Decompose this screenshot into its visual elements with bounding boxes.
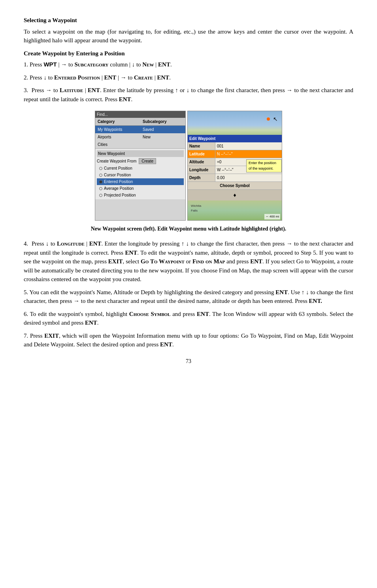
wpt-key: WPT (43, 61, 57, 68)
option-label-current: Current Position (104, 165, 132, 171)
map-location-dot (267, 117, 270, 121)
step-6: 6. To edit the waypoint's symbol, highli… (24, 310, 353, 327)
step-7: 7. Press EXIT, which will open the Waypo… (24, 331, 353, 349)
radio-entered (99, 180, 102, 183)
ent-12: ENT (85, 320, 97, 326)
panel-columns: Category Subcategory (95, 118, 185, 126)
option-cursor-position[interactable]: Cursor Position (97, 172, 184, 178)
altitude-label: Altitude (188, 158, 215, 166)
option-label-average: Average Position (104, 185, 134, 191)
find-on-map-label: Find on Map (192, 258, 225, 265)
step-1: 1. Press WPT | → to Subcategory column |… (24, 60, 353, 69)
map-label-falls: Falls (191, 208, 198, 213)
new-waypoint-box: New Waypoint Create Waypoint From Create… (95, 148, 185, 199)
panel-header: Find... (95, 111, 185, 118)
edit-waypoint-bar: Edit Waypoint (188, 135, 282, 142)
ent-9: ENT (275, 289, 288, 295)
choose-symbol-label: Choose Symbol (129, 311, 171, 317)
cat-val-3: Cities (95, 141, 140, 148)
ent-13: ENT (160, 341, 172, 348)
pipe2: | (129, 61, 130, 68)
cat-val-2: Airports (95, 134, 140, 140)
pipe3: | (155, 61, 156, 68)
map-arrow-icon: ↖ (273, 115, 278, 123)
option-entered-position[interactable]: Entered Position (97, 178, 184, 185)
depth-label: Depth (188, 174, 215, 182)
ent-5: ENT (119, 96, 131, 102)
latitude-label: Latitude (60, 87, 83, 93)
option-label-projected: Projected Position (104, 192, 136, 198)
go-to-waypoint-label: Go To Waypoint (141, 258, 185, 265)
pipe: | (58, 61, 60, 68)
ent-11: ENT (197, 311, 209, 317)
latitude-label: Latitude (188, 150, 215, 158)
pipe7: | (85, 87, 86, 93)
name-row: Name 001 (188, 142, 282, 150)
list-item-waypoints[interactable]: My Waypoints Saved (95, 126, 185, 133)
choose-symbol-row[interactable]: Choose Symbol (188, 182, 282, 190)
option-label-cursor: Cursor Position (104, 172, 131, 178)
pipe6: | (155, 74, 156, 81)
list-item-cities[interactable]: Cities (95, 141, 185, 148)
list-item-airports[interactable]: Airports New (95, 133, 185, 141)
option-projected-position[interactable]: Projected Position (97, 192, 184, 199)
radio-average (99, 187, 102, 190)
radio-cursor (99, 174, 102, 177)
name-value: 001 (215, 142, 282, 150)
tooltip-box: Enter the position of the waypoint. (246, 159, 282, 172)
depth-row: Depth 0.00 (188, 174, 282, 182)
ent-7: ENT (125, 250, 137, 256)
map-bottom: Wichita Falls ↔ 400 mi (188, 200, 282, 220)
ent-8: ENT (250, 258, 262, 265)
option-current-position[interactable]: Current Position (97, 165, 184, 172)
latitude-row[interactable]: Latitude N --°--'--" (188, 150, 282, 158)
radio-current (99, 167, 102, 170)
step-3: 3. Press → to Latitude | ENT. Enter the … (24, 86, 353, 104)
option-average-position[interactable]: Average Position (97, 185, 184, 192)
longitude-label: Longitude (188, 166, 215, 174)
create-waypoint-heading: Create Waypoint by Entering a Position (24, 49, 353, 58)
subcategory-label: Subcategory (74, 61, 108, 68)
create-button[interactable]: Create (139, 158, 156, 164)
ent-10: ENT. (309, 298, 322, 304)
step-4: 4. Press ↓ to Longitude | ENT. Enter the… (24, 239, 353, 284)
screenshot-container: Find... Category Subcategory My Waypoint… (24, 111, 353, 221)
map-scale: ↔ 400 mi (264, 214, 280, 219)
create-from-text: Create Waypoint From (97, 158, 136, 164)
ent-2: ENT (104, 74, 116, 81)
latitude-value: N --°--'--" (215, 150, 282, 158)
pipe5: | (118, 74, 119, 81)
ent-4: ENT (88, 87, 100, 93)
new-label: New (142, 61, 154, 68)
option-label-entered: Entered Position (104, 179, 133, 185)
name-label: Name (188, 142, 215, 150)
intro-paragraph: To select a waypoint on the map (for nav… (24, 27, 353, 45)
ent-3: ENT (157, 74, 169, 81)
ent-1: ENT (158, 61, 170, 68)
entered-position-label: Entered Position (54, 74, 100, 81)
new-waypoint-title: New Waypoint (97, 150, 184, 157)
map-top: ↖ (188, 111, 282, 135)
sub-val-1: Saved (140, 126, 185, 133)
step-2: 2. Press ↓ to Entered Position | ENT | →… (24, 73, 353, 82)
sub-val-2: New (140, 134, 185, 140)
symbol-icon: ♦ (188, 190, 282, 200)
left-panel: Find... Category Subcategory My Waypoint… (95, 111, 186, 221)
exit-1: EXIT (108, 258, 123, 265)
figure-caption: New Waypoint screen (left). Edit Waypoin… (70, 225, 307, 233)
depth-value: 0.00 (215, 174, 282, 182)
pipe4: | (102, 74, 103, 81)
sub-val-3 (140, 141, 185, 148)
page-number: 73 (24, 357, 353, 365)
step-5: 5. You can edit the waypoint's Name, Alt… (24, 288, 353, 306)
exit-2: EXIT (44, 333, 59, 339)
col-subcategory: Subcategory (140, 118, 185, 126)
col-category: Category (95, 118, 140, 126)
longitude-step-label: Longitude (57, 240, 85, 247)
radio-projected (99, 194, 102, 197)
ent-6: ENT (89, 240, 102, 247)
cat-val-1: My Waypoints (95, 126, 140, 133)
create-label: Create (134, 74, 153, 81)
map-label-wichita: Wichita (191, 204, 201, 208)
section-heading-waypoint: Selecting a Waypoint (24, 16, 353, 25)
